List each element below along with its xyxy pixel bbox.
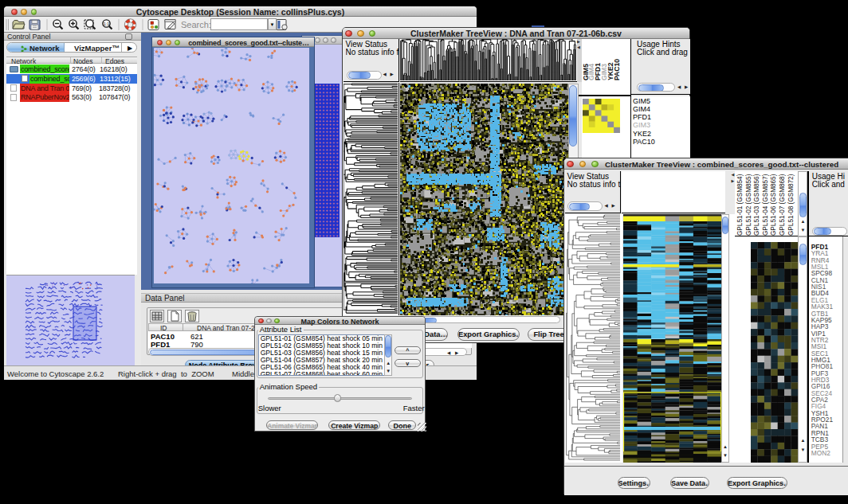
svg-text:GPL51-03 (GSM856): GPL51-03 (GSM856) <box>753 174 760 236</box>
svg-text:GPL51-07 (GSM868): GPL51-07 (GSM868) <box>779 174 786 236</box>
svg-text:GPL51-08 (GSM872): GPL51-08 (GSM872) <box>787 174 794 236</box>
svg-text:GPL51-02 (GSM855): GPL51-02 (GSM855) <box>744 174 752 236</box>
svg-text:1:1: 1:1 <box>104 21 110 26</box>
svg-text:PAC10: PAC10 <box>612 59 620 80</box>
svg-text:GPL51-06 (GSM865): GPL51-06 (GSM865) <box>770 174 777 236</box>
svg-text:GPL51-01 (GSM854): GPL51-01 (GSM854) <box>736 174 744 236</box>
svg-text:GPL51-04 (GSM857): GPL51-04 (GSM857) <box>761 174 768 236</box>
